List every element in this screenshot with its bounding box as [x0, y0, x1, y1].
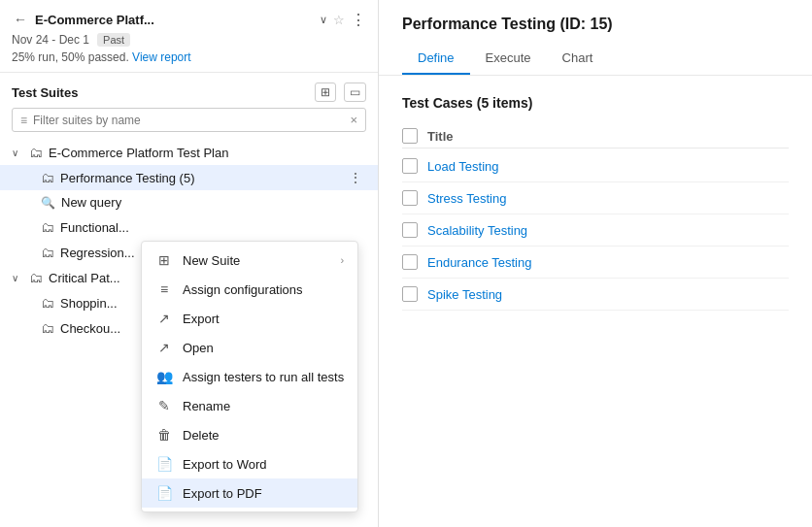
tab-chart[interactable]: Chart	[547, 43, 609, 75]
tc-link-1[interactable]: Load Testing	[427, 159, 499, 174]
view-report-link[interactable]: View report	[132, 50, 190, 64]
date-row: Nov 24 - Dec 1 Past	[12, 33, 366, 47]
menu-item-open[interactable]: ↗ Open	[142, 333, 357, 362]
tab-define[interactable]: Define	[402, 43, 470, 75]
menu-item-delete[interactable]: 🗑 Delete	[142, 420, 357, 449]
new-suite-icon: ⊞	[155, 252, 173, 268]
folder-icon: 🗂	[41, 245, 54, 260]
menu-label-export: Export	[183, 312, 344, 326]
right-panel: Performance Testing (ID: 15) Define Exec…	[379, 0, 812, 527]
performance-more-button[interactable]: ⋮	[345, 170, 366, 185]
section-icons: ⊞ ▭	[315, 82, 366, 102]
project-name: E-Commerce Platf...	[35, 13, 314, 27]
select-all-checkbox[interactable]	[402, 128, 418, 144]
node-label-root: E-Commerce Platform Test Plan	[49, 146, 366, 160]
folder-icon: 🗂	[41, 320, 54, 336]
tree-node-functional[interactable]: 🗂 Functional...	[0, 214, 378, 240]
table-row: Endurance Testing	[402, 247, 789, 279]
tc-checkbox-4[interactable]	[402, 254, 418, 270]
tree-node-performance[interactable]: 🗂 Performance Testing (5) ⋮	[0, 165, 378, 190]
tc-checkbox-5[interactable]	[402, 286, 418, 302]
progress-text: 25% run, 50% passed.	[12, 50, 129, 64]
menu-item-assign-testers[interactable]: 👥 Assign testers to run all tests	[142, 362, 357, 391]
dropdown-icon[interactable]: ∨	[320, 14, 327, 26]
tree-node-query[interactable]: 🔍 New query	[0, 190, 378, 214]
menu-label-rename: Rename	[183, 399, 344, 413]
past-badge: Past	[97, 33, 130, 47]
date-range: Nov 24 - Dec 1	[12, 33, 89, 47]
menu-item-export-word[interactable]: 📄 Export to Word	[142, 449, 357, 478]
more-options-icon[interactable]: ⋮	[351, 11, 366, 29]
test-cases-title: Test Cases (5 items)	[402, 95, 789, 111]
folder-icon: 🗂	[41, 170, 54, 185]
node-label-query: New query	[61, 195, 366, 210]
tc-checkbox-1[interactable]	[402, 158, 418, 174]
filter-input[interactable]	[33, 114, 344, 127]
folder-icon: 🗂	[29, 145, 43, 160]
left-panel: ← E-Commerce Platf... ∨ ☆ ⋮ Nov 24 - Dec…	[0, 0, 379, 527]
query-icon: 🔍	[41, 196, 55, 210]
folder-icon: 🗂	[29, 270, 43, 285]
menu-item-rename[interactable]: ✎ Rename	[142, 391, 357, 420]
export-pdf-icon: 📄	[155, 485, 173, 501]
chevron-icon: ∨	[12, 148, 23, 158]
menu-label-open: Open	[183, 341, 344, 355]
menu-label-new-suite: New Suite	[183, 253, 331, 268]
export-icon: ↗	[155, 311, 173, 326]
table-row: Spike Testing	[402, 279, 789, 311]
right-header: Performance Testing (ID: 15) Define Exec…	[379, 0, 812, 76]
section-header: Test Suites ⊞ ▭	[0, 73, 378, 108]
menu-label-delete: Delete	[183, 428, 344, 443]
back-button[interactable]: ←	[12, 10, 29, 29]
menu-label-export-word: Export to Word	[183, 457, 344, 472]
tc-link-5[interactable]: Spike Testing	[427, 287, 502, 302]
favorite-icon[interactable]: ☆	[333, 13, 345, 27]
tab-execute[interactable]: Execute	[470, 43, 547, 75]
menu-label-assign-config: Assign configurations	[183, 282, 344, 297]
table-row: Scalability Testing	[402, 214, 789, 247]
node-label-functional: Functional...	[60, 220, 366, 235]
tree-node-root[interactable]: ∨ 🗂 E-Commerce Platform Test Plan	[0, 140, 378, 165]
tc-checkbox-3[interactable]	[402, 222, 418, 238]
filter-icon: ≡	[20, 114, 27, 127]
filter-bar: ≡ ×	[12, 108, 366, 132]
node-label-performance: Performance Testing (5)	[60, 171, 339, 185]
assign-config-icon: ≡	[155, 281, 173, 297]
tabs: Define Execute Chart	[402, 43, 789, 75]
chevron-icon: ∨	[12, 273, 23, 283]
table-row: Stress Testing	[402, 182, 789, 214]
delete-icon: 🗑	[155, 427, 173, 443]
open-icon: ↗	[155, 340, 173, 355]
right-content: Test Cases (5 items) Title Load Testing …	[379, 76, 812, 527]
collapse-button[interactable]: ▭	[344, 82, 366, 102]
add-suite-button[interactable]: ⊞	[315, 82, 336, 102]
menu-label-assign-testers: Assign testers to run all tests	[183, 370, 344, 384]
header-top: ← E-Commerce Platf... ∨ ☆ ⋮	[12, 10, 366, 29]
tc-checkbox-2[interactable]	[402, 190, 418, 206]
folder-icon: 🗂	[41, 295, 54, 311]
tc-header-row: Title	[402, 124, 789, 148]
menu-item-export-pdf[interactable]: 📄 Export to PDF	[142, 478, 357, 508]
right-title: Performance Testing (ID: 15)	[402, 16, 789, 33]
clear-filter-icon[interactable]: ×	[350, 113, 357, 127]
table-row: Load Testing	[402, 150, 789, 182]
header-bar: ← E-Commerce Platf... ∨ ☆ ⋮ Nov 24 - Dec…	[0, 0, 378, 73]
folder-icon: 🗂	[41, 219, 54, 235]
menu-item-export[interactable]: ↗ Export	[142, 304, 357, 333]
menu-item-assign-config[interactable]: ≡ Assign configurations	[142, 275, 357, 304]
progress-row: 25% run, 50% passed. View report	[12, 50, 366, 64]
tc-link-3[interactable]: Scalability Testing	[427, 223, 527, 238]
section-title: Test Suites	[12, 85, 78, 100]
context-menu: ⊞ New Suite › ≡ Assign configurations ↗ …	[141, 241, 358, 512]
menu-label-export-pdf: Export to PDF	[183, 486, 344, 501]
menu-item-new-suite[interactable]: ⊞ New Suite ›	[142, 246, 357, 275]
export-word-icon: 📄	[155, 456, 173, 472]
submenu-arrow-icon: ›	[341, 254, 345, 266]
tc-link-2[interactable]: Stress Testing	[427, 191, 506, 206]
assign-testers-icon: 👥	[155, 369, 173, 384]
rename-icon: ✎	[155, 398, 173, 413]
tc-link-4[interactable]: Endurance Testing	[427, 255, 531, 270]
tc-title-header: Title	[427, 129, 454, 144]
